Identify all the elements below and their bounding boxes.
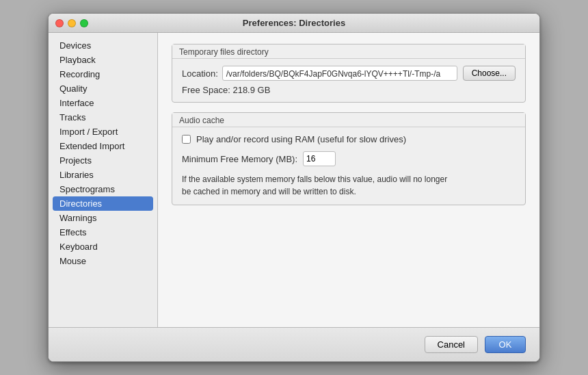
sidebar-item-mouse[interactable]: Mouse	[49, 254, 157, 268]
titlebar: Preferences: Directories	[49, 14, 539, 33]
freespace-row: Free Space: 218.9 GB	[182, 85, 516, 95]
audiocache-section-content: Play and/or record using RAM (useful for…	[172, 127, 525, 205]
tempfiles-section-label: Temporary files directory	[172, 44, 525, 59]
tempfiles-section: Temporary files directory Location: /var…	[172, 44, 526, 103]
location-value: /var/folders/BQ/BQkF4JapF0GNvqa6-lYQV+++…	[222, 66, 457, 81]
ram-checkbox[interactable]	[182, 135, 191, 144]
sidebar-item-directories[interactable]: Directories	[53, 196, 153, 211]
tempfiles-section-content: Location: /var/folders/BQ/BQkF4JapF0GNvq…	[172, 59, 525, 102]
min-mem-label: Minimum Free Memory (MB):	[182, 154, 297, 164]
sidebar-item-quality[interactable]: Quality	[49, 81, 157, 96]
sidebar-item-effects[interactable]: Effects	[49, 225, 157, 240]
preferences-window: Preferences: Directories Devices Playbac…	[48, 13, 540, 362]
min-mem-row: Minimum Free Memory (MB):	[182, 151, 516, 166]
content-area: Devices Playback Recording Quality Inter…	[49, 33, 539, 327]
sidebar-item-warnings[interactable]: Warnings	[49, 211, 157, 225]
ok-button[interactable]: OK	[485, 336, 526, 353]
window-title: Preferences: Directories	[243, 18, 345, 28]
sidebar-item-interface[interactable]: Interface	[49, 96, 157, 110]
sidebar-item-extended-import[interactable]: Extended Import	[49, 139, 157, 153]
sidebar: Devices Playback Recording Quality Inter…	[49, 33, 158, 327]
location-row: Location: /var/folders/BQ/BQkF4JapF0GNvq…	[182, 66, 516, 81]
sidebar-item-projects[interactable]: Projects	[49, 153, 157, 168]
minimize-button[interactable]	[68, 19, 76, 27]
main-panel: Temporary files directory Location: /var…	[158, 33, 539, 327]
ram-checkbox-label: Play and/or record using RAM (useful for…	[196, 134, 406, 144]
sidebar-item-tracks[interactable]: Tracks	[49, 110, 157, 125]
maximize-button[interactable]	[80, 19, 88, 27]
audiocache-section-label: Audio cache	[172, 113, 525, 127]
audiocache-section: Audio cache Play and/or record using RAM…	[172, 112, 526, 205]
sidebar-item-libraries[interactable]: Libraries	[49, 168, 157, 182]
sidebar-item-import-export[interactable]: Import / Export	[49, 125, 157, 139]
hint-text: If the available system memory falls bel…	[182, 173, 516, 198]
location-label: Location:	[182, 68, 218, 79]
traffic-lights	[55, 19, 88, 27]
ram-checkbox-row: Play and/or record using RAM (useful for…	[182, 134, 516, 144]
footer: Cancel OK	[49, 327, 539, 361]
close-button[interactable]	[55, 19, 64, 27]
sidebar-item-spectrograms[interactable]: Spectrograms	[49, 182, 157, 196]
sidebar-item-keyboard[interactable]: Keyboard	[49, 240, 157, 254]
sidebar-item-playback[interactable]: Playback	[49, 53, 157, 67]
sidebar-item-recording[interactable]: Recording	[49, 67, 157, 81]
min-mem-input[interactable]	[303, 151, 336, 166]
choose-button[interactable]: Choose...	[463, 66, 516, 81]
cancel-button[interactable]: Cancel	[425, 336, 478, 353]
sidebar-item-devices[interactable]: Devices	[49, 38, 157, 53]
